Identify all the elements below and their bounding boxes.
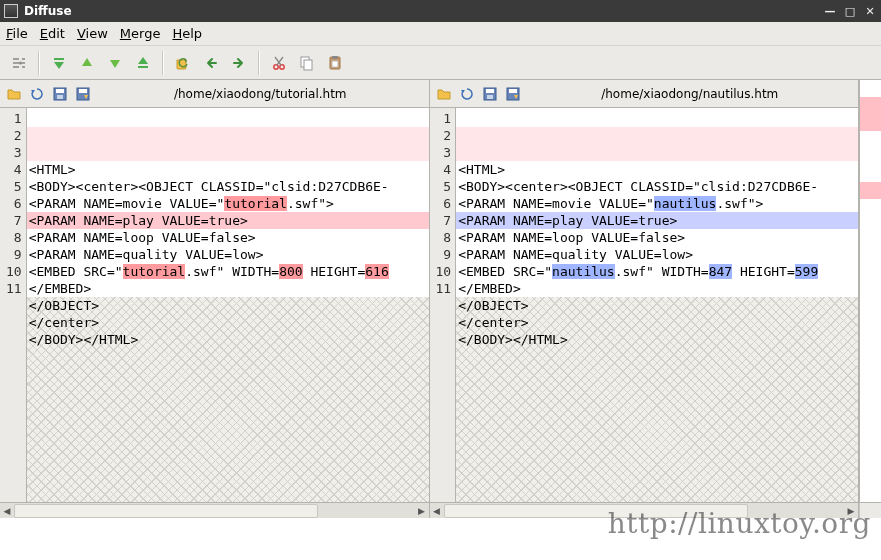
reload-file-button[interactable] [27,84,47,104]
svg-point-3 [274,64,278,68]
reload-file-button[interactable] [457,84,477,104]
toolbar-separator [162,51,164,75]
left-file-path: /home/xiaodong/tutorial.htm [96,87,425,101]
scroll-thumb[interactable] [14,504,318,518]
code-line: </EMBED> [458,281,521,296]
right-pane: /home/xiaodong/nautilus.htm 123456789101… [430,80,860,502]
cut-button[interactable] [266,50,292,76]
left-editor[interactable]: 1234567891011 <HTML> <BODY><center><OBJE… [0,108,429,502]
code-line: <PARAM NAME=loop VALUE=false> [458,230,685,245]
left-pane-header: /home/xiaodong/tutorial.htm [0,80,429,108]
prev-diff-button[interactable] [74,50,100,76]
svg-rect-14 [79,89,87,93]
menu-edit[interactable]: Edit [40,26,65,41]
save-as-button[interactable] [503,84,523,104]
copy-button[interactable] [294,50,320,76]
overview-gutter[interactable] [859,80,881,502]
menu-file[interactable]: File [6,26,28,41]
svg-rect-1 [54,58,64,60]
code-line: <PARAM NAME=quality VALUE=low> [458,247,693,262]
code-line: <BODY><center><OBJECT CLASSID="clsid:D27… [29,179,389,194]
svg-rect-6 [304,60,312,70]
minimize-button[interactable]: — [823,4,837,18]
sync-views-button[interactable] [6,50,32,76]
scroll-corner [859,503,881,518]
code-line: </OBJECT> [458,298,528,313]
right-code[interactable]: <HTML> <BODY><center><OBJECT CLASSID="cl… [456,108,858,502]
code-line: </EMBED> [29,281,92,296]
save-file-button[interactable] [480,84,500,104]
svg-rect-17 [487,95,493,99]
scroll-left-icon[interactable]: ◀ [430,504,444,518]
code-line: </center> [458,315,528,330]
scroll-right-icon[interactable]: ▶ [415,504,429,518]
scroll-thumb[interactable] [444,504,748,518]
code-line: <PARAM NAME=quality VALUE=low> [29,247,264,262]
code-line: </OBJECT> [29,298,99,313]
diff-panes: /home/xiaodong/tutorial.htm 123456789101… [0,80,881,502]
reload-button[interactable] [170,50,196,76]
svg-point-0 [19,61,22,64]
code-line: </BODY></HTML> [458,332,568,347]
left-code[interactable]: <HTML> <BODY><center><OBJECT CLASSID="cl… [27,108,429,502]
svg-rect-2 [138,66,148,68]
overview-mark [860,80,881,97]
right-gutter: 1234567891011 [430,108,457,502]
code-line: <BODY><center><OBJECT CLASSID="clsid:D27… [458,179,818,194]
svg-rect-16 [486,89,494,93]
open-file-button[interactable] [4,84,24,104]
open-file-button[interactable] [434,84,454,104]
svg-rect-12 [57,95,63,99]
code-line: </center> [29,315,99,330]
save-file-button[interactable] [50,84,70,104]
svg-rect-9 [332,61,338,67]
menu-view[interactable]: View [77,26,108,41]
titlebar: Diffuse — □ ✕ [0,0,881,22]
svg-rect-11 [56,89,64,93]
code-line: <PARAM NAME=loop VALUE=false> [29,230,256,245]
code-line: </BODY></HTML> [29,332,139,347]
menu-merge[interactable]: Merge [120,26,161,41]
right-pane-header: /home/xiaodong/nautilus.htm [430,80,859,108]
maximize-button[interactable]: □ [843,4,857,18]
menu-help[interactable]: Help [172,26,202,41]
toolbar [0,46,881,80]
left-gutter: 1234567891011 [0,108,27,502]
last-diff-button[interactable] [130,50,156,76]
right-hscroll[interactable]: ◀ ▶ [430,503,860,518]
save-as-button[interactable] [73,84,93,104]
toolbar-separator [258,51,260,75]
svg-rect-19 [509,89,517,93]
right-editor[interactable]: 1234567891011 <HTML> <BODY><center><OBJE… [430,108,859,502]
push-right-button[interactable] [226,50,252,76]
right-file-path: /home/xiaodong/nautilus.htm [526,87,855,101]
app-icon [4,4,18,18]
push-left-button[interactable] [198,50,224,76]
first-diff-button[interactable] [46,50,72,76]
code-line: <PARAM NAME=play VALUE=true> [458,213,677,228]
scroll-right-icon[interactable]: ▶ [844,504,858,518]
overview-mark [860,97,881,114]
overview-mark [860,114,881,131]
svg-point-4 [280,64,284,68]
scroll-left-icon[interactable]: ◀ [0,504,14,518]
horizontal-scrollbars: ◀ ▶ ◀ ▶ [0,502,881,518]
next-diff-button[interactable] [102,50,128,76]
code-line: <HTML> [29,162,76,177]
close-button[interactable]: ✕ [863,4,877,18]
window-title: Diffuse [24,4,817,18]
overview-mark [860,182,881,199]
code-line: <HTML> [458,162,505,177]
left-hscroll[interactable]: ◀ ▶ [0,503,430,518]
paste-button[interactable] [322,50,348,76]
menubar: File Edit View Merge Help [0,22,881,46]
left-pane: /home/xiaodong/tutorial.htm 123456789101… [0,80,430,502]
toolbar-separator [38,51,40,75]
code-line: <PARAM NAME=play VALUE=true> [29,213,248,228]
svg-rect-8 [332,56,338,59]
